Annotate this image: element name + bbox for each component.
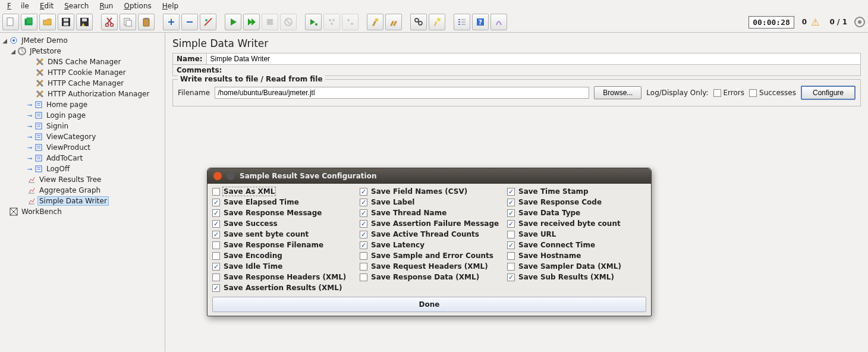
tree-root[interactable]: ◢ JMeter Demo xyxy=(1,35,163,46)
search-button[interactable] xyxy=(410,14,427,30)
cut-button[interactable] xyxy=(101,14,118,30)
tree-item[interactable]: ⊸AddToCart xyxy=(1,153,163,164)
clear-button[interactable] xyxy=(367,14,383,30)
minimize-icon[interactable] xyxy=(227,172,235,180)
save-option-checkbox[interactable]: Save Assertion Results (XML) xyxy=(212,284,360,292)
help-button[interactable]: ? xyxy=(472,14,489,30)
tree-item[interactable]: HTTP Authorization Manager xyxy=(1,89,163,99)
start-no-pause-button[interactable] xyxy=(243,14,260,30)
name-input[interactable] xyxy=(206,54,860,64)
svg-rect-29 xyxy=(458,24,460,25)
open-button[interactable] xyxy=(39,14,56,30)
menu-file[interactable]: File xyxy=(2,1,34,11)
save-option-checkbox[interactable]: Save Response Data (XML) xyxy=(360,273,507,281)
save-option-checkbox[interactable]: Save Time Stamp xyxy=(507,187,646,196)
about-button[interactable] xyxy=(490,14,507,30)
successes-checkbox[interactable]: Successes xyxy=(749,89,796,97)
svg-point-24 xyxy=(415,18,419,22)
save-option-checkbox[interactable]: Save Response Message xyxy=(212,209,360,217)
save-button[interactable] xyxy=(58,14,74,30)
menu-help[interactable]: Help xyxy=(158,1,183,11)
tree-threadgroup[interactable]: ◢ JPetstore xyxy=(1,46,163,56)
dialog-titlebar[interactable]: Sample Result Save Configuration xyxy=(207,168,651,184)
save-option-checkbox[interactable]: Save Connect Time xyxy=(507,241,646,249)
save-option-checkbox[interactable]: Save received byte count xyxy=(507,219,646,228)
save-option-checkbox[interactable]: Save Encoding xyxy=(212,252,360,260)
templates-button[interactable] xyxy=(21,14,37,30)
save-option-checkbox[interactable]: Save Success xyxy=(212,219,360,228)
menu-options[interactable]: Options xyxy=(119,1,156,11)
shutdown-button[interactable] xyxy=(280,14,297,30)
tree-item[interactable]: ⊸Login page xyxy=(1,110,163,121)
reset-search-button[interactable] xyxy=(429,14,445,30)
menu-search[interactable]: Search xyxy=(59,1,93,11)
save-option-checkbox[interactable]: Save Sub Results (XML) xyxy=(507,273,646,281)
save-option-checkbox[interactable]: Save sent byte count xyxy=(212,230,360,238)
tree-item[interactable]: DNS Cache Manager xyxy=(1,56,163,67)
done-button[interactable]: Done xyxy=(212,297,646,312)
paste-button[interactable] xyxy=(138,14,155,30)
function-helper-button[interactable] xyxy=(454,14,470,30)
tree-item[interactable]: HTTP Cookie Manager xyxy=(1,67,163,78)
tree-node-icon xyxy=(34,164,43,174)
save-as-button[interactable] xyxy=(76,14,93,30)
new-button[interactable] xyxy=(2,14,19,30)
expand-button[interactable] xyxy=(163,14,180,30)
save-option-checkbox[interactable]: Save Active Thread Counts xyxy=(360,230,507,238)
start-remote-button[interactable] xyxy=(305,14,322,30)
tree-item[interactable]: HTTP Cache Manager xyxy=(1,78,163,89)
menu-edit[interactable]: Edit xyxy=(35,1,58,11)
tree-item[interactable]: Simple Data Writer xyxy=(1,196,163,206)
save-option-checkbox[interactable]: Save Thread Name xyxy=(360,209,507,217)
save-option-checkbox[interactable]: Save As XML xyxy=(212,187,360,196)
threadgroup-icon xyxy=(17,46,27,56)
save-option-checkbox[interactable]: Save Data Type xyxy=(507,209,646,217)
save-option-checkbox[interactable]: Save Assertion Failure Message xyxy=(360,219,507,228)
save-option-checkbox[interactable]: Save Latency xyxy=(360,241,507,249)
svg-point-22 xyxy=(351,23,353,25)
svg-point-20 xyxy=(331,23,333,25)
save-option-checkbox[interactable]: Save URL xyxy=(507,230,646,238)
save-config-dialog: Sample Result Save Configuration Save As… xyxy=(207,168,652,316)
stop-button[interactable] xyxy=(262,14,278,30)
tree-item[interactable]: ⊸Home page xyxy=(1,99,163,110)
errors-checkbox[interactable]: Errors xyxy=(713,89,745,97)
tree-item[interactable]: View Results Tree xyxy=(1,174,163,185)
start-button[interactable] xyxy=(225,14,241,30)
save-option-checkbox[interactable]: Save Hostname xyxy=(507,252,646,260)
close-icon[interactable] xyxy=(213,172,222,180)
tree-item[interactable]: Aggregate Graph xyxy=(1,185,163,196)
copy-button[interactable] xyxy=(119,14,136,30)
tree-item[interactable]: ⊸ViewCategory xyxy=(1,131,163,142)
tree-item[interactable]: ⊸ViewProduct xyxy=(1,142,163,153)
tree-item[interactable]: ⊸Signin xyxy=(1,121,163,131)
toggle-button[interactable] xyxy=(200,14,216,30)
svg-rect-39 xyxy=(36,123,42,129)
tree-node-icon xyxy=(34,143,43,152)
save-option-checkbox[interactable]: Save Response Headers (XML) xyxy=(212,273,360,281)
configure-button[interactable]: Configure xyxy=(801,86,856,100)
svg-point-9 xyxy=(111,24,114,27)
browse-button[interactable]: Browse... xyxy=(594,86,641,99)
save-option-checkbox[interactable]: Save Sampler Data (XML) xyxy=(507,262,646,271)
save-option-checkbox[interactable]: Save Elapsed Time xyxy=(212,198,360,206)
filename-input[interactable] xyxy=(215,87,589,99)
name-label: Name: xyxy=(173,54,206,64)
tree-workbench[interactable]: WorkBench xyxy=(1,206,163,217)
save-option-checkbox[interactable]: Save Response Filename xyxy=(212,241,360,249)
save-option-checkbox[interactable]: Save Response Code xyxy=(507,198,646,206)
save-option-checkbox[interactable]: Save Sample and Error Counts xyxy=(360,252,507,260)
workbench-icon xyxy=(9,207,18,216)
save-option-checkbox[interactable]: Save Request Headers (XML) xyxy=(360,262,507,271)
clear-all-button[interactable] xyxy=(385,14,402,30)
save-option-checkbox[interactable]: Save Idle Time xyxy=(212,262,360,271)
collapse-button[interactable] xyxy=(181,14,198,30)
svg-rect-23 xyxy=(375,18,378,21)
start-remote-all-button[interactable] xyxy=(323,14,340,30)
stop-remote-button[interactable] xyxy=(342,14,358,30)
save-option-checkbox[interactable]: Save Field Names (CSV) xyxy=(360,187,507,196)
test-plan-tree[interactable]: ◢ JMeter Demo ◢ JPetstore DNS Cache Mana… xyxy=(0,33,165,351)
tree-item[interactable]: ⊸LogOff xyxy=(1,164,163,174)
save-option-checkbox[interactable]: Save Label xyxy=(360,198,507,206)
menu-run[interactable]: Run xyxy=(95,1,118,11)
